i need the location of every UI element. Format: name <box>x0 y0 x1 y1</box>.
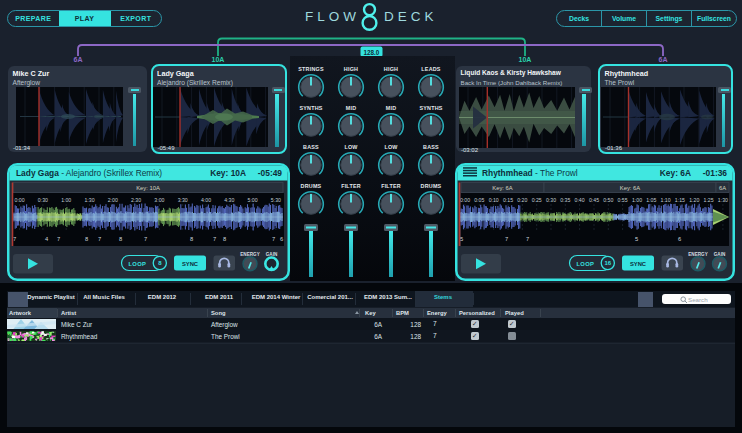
svg-text:HIGH: HIGH <box>344 66 358 72</box>
svg-text:7: 7 <box>272 236 275 242</box>
svg-text:MID: MID <box>386 105 396 111</box>
svg-text:STRINGS: STRINGS <box>298 66 324 72</box>
svg-text:0:00: 0:00 <box>15 197 25 203</box>
svg-text:4:00: 4:00 <box>201 197 211 203</box>
svg-text:0:50: 0:50 <box>603 197 613 203</box>
svg-text:LOW: LOW <box>344 144 358 150</box>
svg-text:BASS: BASS <box>303 144 319 150</box>
svg-text:8: 8 <box>85 236 88 242</box>
svg-text:0:30: 0:30 <box>38 197 48 203</box>
svg-text:7: 7 <box>13 236 16 242</box>
svg-text:1:20: 1:20 <box>689 197 699 203</box>
svg-text:7: 7 <box>98 236 101 242</box>
svg-text:1:05: 1:05 <box>646 197 656 203</box>
svg-text:0:20: 0:20 <box>517 197 527 203</box>
svg-text:4:30: 4:30 <box>224 197 234 203</box>
svg-text:0:45: 0:45 <box>589 197 599 203</box>
svg-text:BASS: BASS <box>423 144 439 150</box>
svg-text:SYNC: SYNC <box>630 261 647 267</box>
svg-text:2:30: 2:30 <box>131 197 141 203</box>
svg-text:10A: 10A <box>519 56 532 63</box>
svg-text:MID: MID <box>346 105 356 111</box>
svg-text:Key: 10A: Key: 10A <box>136 185 160 191</box>
svg-text:0:00: 0:00 <box>460 197 470 203</box>
svg-text:FILTER: FILTER <box>341 183 361 189</box>
svg-text:2:00: 2:00 <box>108 197 118 203</box>
svg-text:1:15: 1:15 <box>675 197 685 203</box>
svg-text:7: 7 <box>144 236 147 242</box>
svg-text:0:10: 0:10 <box>489 197 499 203</box>
svg-text:0:30: 0:30 <box>546 197 556 203</box>
svg-text:6A: 6A <box>659 56 668 63</box>
svg-text:1:00: 1:00 <box>632 197 642 203</box>
svg-text:6: 6 <box>280 236 283 242</box>
svg-text:FILTER: FILTER <box>381 183 401 189</box>
svg-text:6A: 6A <box>719 185 726 191</box>
svg-text:DRUMS: DRUMS <box>301 183 322 189</box>
svg-text:HIGH: HIGH <box>384 66 398 72</box>
svg-text:Key: 6A: Key: 6A <box>492 185 512 191</box>
svg-text:LEADS: LEADS <box>421 66 440 72</box>
svg-text:Lady Gaga - Alejandro (Skrille: Lady Gaga - Alejandro (Skrillex Remix) <box>16 168 162 178</box>
svg-text:16: 16 <box>604 260 611 266</box>
svg-text:SYNTHS: SYNTHS <box>299 105 322 111</box>
svg-text:0:15: 0:15 <box>503 197 513 203</box>
svg-text:1:30: 1:30 <box>84 197 94 203</box>
svg-text:8: 8 <box>190 236 193 242</box>
svg-text:0:40: 0:40 <box>575 197 585 203</box>
svg-text:SYNC: SYNC <box>182 261 199 267</box>
svg-text:7: 7 <box>57 236 60 242</box>
svg-text:7: 7 <box>505 236 508 242</box>
svg-text:8: 8 <box>119 236 122 242</box>
svg-text:Key: 10A: Key: 10A <box>210 168 246 178</box>
svg-text:7: 7 <box>213 236 216 242</box>
svg-text:Rhythmhead - The Prowl: Rhythmhead - The Prowl <box>482 168 578 178</box>
svg-text:SYNTHS: SYNTHS <box>419 105 442 111</box>
svg-text:7: 7 <box>526 236 529 242</box>
svg-text:8: 8 <box>223 236 226 242</box>
svg-text:3:30: 3:30 <box>178 197 188 203</box>
svg-text:0:25: 0:25 <box>532 197 542 203</box>
svg-text:5: 5 <box>460 236 463 242</box>
svg-text:LOOP: LOOP <box>129 261 147 267</box>
svg-text:5:30: 5:30 <box>271 197 281 203</box>
svg-text:5: 5 <box>635 236 638 242</box>
svg-text:0:55: 0:55 <box>618 197 628 203</box>
svg-text:0:35: 0:35 <box>560 197 570 203</box>
svg-text:6: 6 <box>678 236 681 242</box>
svg-text:1:25: 1:25 <box>704 197 714 203</box>
svg-text:128.0: 128.0 <box>364 49 380 56</box>
svg-text:Key: 6A: Key: 6A <box>620 185 640 191</box>
svg-text:1:10: 1:10 <box>661 197 671 203</box>
svg-text:3:00: 3:00 <box>154 197 164 203</box>
svg-text:-01:36: -01:36 <box>703 168 728 178</box>
svg-text:LOOP: LOOP <box>577 261 595 267</box>
svg-text:5:00: 5:00 <box>248 197 258 203</box>
svg-text:6A: 6A <box>74 56 83 63</box>
svg-text:DRUMS: DRUMS <box>421 183 442 189</box>
svg-text:-05:49: -05:49 <box>258 168 283 178</box>
svg-text:LOW: LOW <box>384 144 398 150</box>
svg-text:1:30: 1:30 <box>718 197 728 203</box>
svg-text:10A: 10A <box>212 56 225 63</box>
svg-text:0:05: 0:05 <box>474 197 484 203</box>
svg-text:Key: 6A: Key: 6A <box>660 168 691 178</box>
svg-text:1:00: 1:00 <box>61 197 71 203</box>
